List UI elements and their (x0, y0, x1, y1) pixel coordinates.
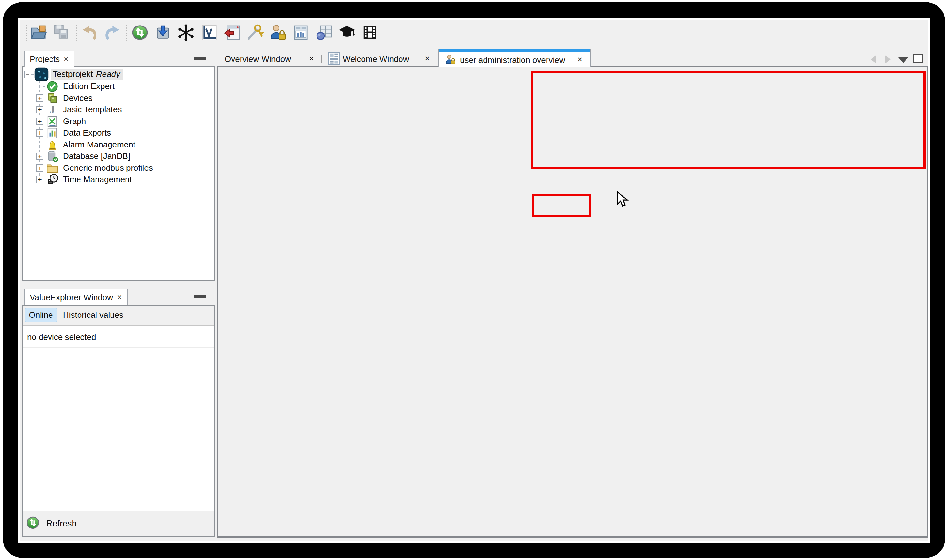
annotation-box-login (533, 194, 591, 217)
tree-collapse-toggle[interactable]: − (24, 71, 31, 78)
table-database-button[interactable] (315, 24, 333, 43)
minimize-projects-button[interactable] (194, 57, 206, 60)
redo-button[interactable] (103, 24, 122, 43)
open-project-icon (30, 24, 48, 43)
toolbar-separator (26, 25, 27, 42)
save-all-button[interactable] (53, 24, 71, 43)
minimize-value-explorer-button[interactable] (194, 295, 206, 298)
tree-expand-toggle[interactable]: + (36, 118, 43, 125)
user-security-icon (445, 54, 456, 67)
undo-button[interactable] (80, 24, 99, 43)
tree-state: Ready (96, 69, 120, 79)
close-icon[interactable]: × (117, 293, 122, 302)
scroll-tabs-right-icon[interactable] (885, 55, 891, 64)
active-tab-stripe (439, 49, 590, 52)
tab-user-administration-overview[interactable]: user administration overview × (438, 49, 591, 67)
tree-label[interactable]: Devices (63, 93, 92, 103)
folder-icon (46, 163, 59, 174)
close-icon[interactable]: × (425, 54, 429, 63)
close-icon[interactable]: × (577, 55, 582, 63)
education-button[interactable] (338, 24, 356, 43)
education-icon (338, 24, 356, 43)
welcome-window-icon (328, 52, 340, 66)
check-icon (46, 80, 59, 92)
redo-icon (103, 24, 121, 43)
refresh-icon (26, 515, 40, 532)
table-database-icon (315, 24, 333, 43)
tab-list-dropdown-icon[interactable] (899, 57, 908, 63)
film-icon (361, 24, 379, 43)
user-security-icon (269, 24, 287, 43)
tree-label[interactable]: Generic modbus profiles (63, 163, 153, 173)
projects-tree-panel: − TestprojektReady Edition Expert + Devi… (22, 66, 215, 282)
undo-icon (80, 24, 98, 43)
tab-separator: | (320, 54, 323, 63)
device-import-icon (154, 24, 172, 43)
export-window-button[interactable] (222, 24, 241, 43)
devices-icon (46, 92, 59, 105)
tree-label: Testprojekt (53, 69, 93, 79)
graph-icon (46, 115, 59, 128)
device-import-button[interactable] (154, 24, 172, 43)
tree-label[interactable]: Jasic Templates (63, 105, 122, 115)
project-icon (34, 67, 49, 82)
chart-window-icon (292, 24, 310, 43)
tree-expand-toggle[interactable]: + (36, 176, 43, 183)
active-tab-label: user administration overview (460, 55, 565, 65)
tab-historical-values[interactable]: Historical values (63, 310, 123, 320)
value-explorer-panel: Online Historical values no device selec… (22, 305, 215, 537)
refresh-label: Refresh (46, 519, 77, 529)
tree-expand-toggle[interactable]: + (36, 164, 43, 172)
value-chart-button[interactable] (200, 24, 218, 43)
app-window: Projects × − TestprojektReady Edition Ex… (20, 20, 928, 541)
annotation-box-overview (531, 71, 926, 169)
export-window-icon (223, 24, 241, 43)
tree-expand-toggle[interactable]: + (36, 129, 43, 137)
network-button[interactable] (177, 24, 195, 43)
database-icon (46, 150, 59, 162)
close-icon[interactable]: × (309, 54, 314, 63)
no-device-message: no device selected (23, 327, 214, 348)
open-project-button[interactable] (30, 24, 48, 43)
time-icon (46, 174, 59, 186)
value-explorer-tabstrip: Online Historical values (23, 306, 214, 326)
projects-panel-title: Projects (30, 54, 60, 64)
tree-label[interactable]: Alarm Management (63, 140, 136, 150)
tab-online[interactable]: Online (25, 308, 57, 322)
close-icon[interactable]: × (63, 55, 69, 63)
chart-window-button[interactable] (292, 24, 310, 43)
tab-overview-window[interactable]: Overview Window (225, 54, 291, 64)
user-security-button[interactable] (269, 24, 287, 43)
toolbar-separator (76, 25, 77, 42)
projects-panel-tab[interactable]: Projects × (24, 51, 74, 67)
key-tool-button[interactable] (245, 24, 264, 43)
alarm-icon (46, 139, 59, 151)
refresh-button[interactable]: Refresh (23, 511, 214, 536)
value-chart-icon (200, 24, 218, 43)
key-tool-icon (246, 24, 264, 43)
tree-expand-toggle[interactable]: + (36, 94, 43, 102)
value-explorer-tab[interactable]: ValueExplorer Window × (24, 289, 128, 305)
value-explorer-title: ValueExplorer Window (30, 292, 113, 303)
scroll-tabs-left-icon[interactable] (871, 55, 877, 64)
save-all-icon (53, 24, 71, 43)
tree-label[interactable]: Edition Expert (63, 82, 115, 91)
sync-refresh-button[interactable] (131, 24, 149, 43)
data-exports-icon (46, 127, 59, 139)
tree-expand-toggle[interactable]: + (36, 152, 43, 160)
svg-text:J: J (49, 103, 55, 115)
tree-label[interactable]: Data Exports (63, 128, 111, 138)
toolbar-separator (126, 25, 127, 42)
maximize-icon[interactable] (912, 54, 923, 63)
tab-welcome-window[interactable]: Welcome Window (343, 54, 409, 64)
tree-expand-toggle[interactable]: + (36, 106, 43, 113)
sync-refresh-icon (131, 24, 149, 43)
value-explorer-empty-area (23, 348, 214, 511)
tree-label[interactable]: Database [JanDB] (63, 151, 130, 161)
jasic-icon: J (46, 103, 59, 115)
mouse-cursor (616, 191, 630, 208)
film-button[interactable] (361, 24, 379, 43)
tree-label[interactable]: Time Management (63, 175, 132, 185)
network-icon (177, 24, 195, 43)
tree-label[interactable]: Graph (63, 117, 86, 126)
